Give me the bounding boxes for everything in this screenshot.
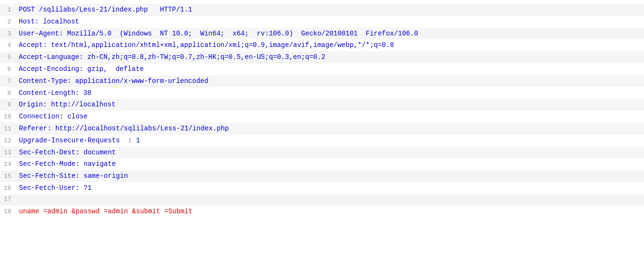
code-line: 13Sec-Fetch-Dest: document [0,147,644,159]
line-content: Connection: close [17,111,88,122]
code-line: 18uname =admin &passwd =admin &submit =S… [0,206,644,218]
code-line: 2Host: localhost [0,16,644,28]
line-number: 8 [0,89,17,99]
line-number: 4 [0,41,17,51]
code-line: 17 [0,194,644,206]
line-content: Content-Type: application/x-www-form-url… [17,76,208,86]
line-content: Accept: text/html,application/xhtml+xml,… [17,40,394,50]
line-content: Host: localhost [17,16,79,27]
line-number: 3 [0,29,17,39]
line-number: 16 [0,184,17,194]
line-content: uname =admin &passwd =admin &submit =Sub… [17,206,193,217]
line-number: 15 [0,172,17,182]
line-content: User-Agent: Mozilla/5.0 (Windows NT 10.0… [17,28,418,39]
line-content: POST /sqlilabs/Less-21/index.php HTTP/1.… [17,4,192,15]
line-number: 6 [0,65,17,75]
code-line: 6Accept-Encoding: gzip, deflate [0,63,644,75]
line-content: Sec-Fetch-Site: same-origin [17,171,128,181]
code-line: 16Sec-Fetch-User: ?1 [0,182,644,194]
line-number: 2 [0,17,17,27]
line-content: Origin: http://localhost [17,99,116,110]
code-line: 14Sec-Fetch-Mode: navigate [0,158,644,170]
line-content: Sec-Fetch-Dest: document [17,147,116,158]
line-number: 14 [0,160,17,170]
code-line: 1POST /sqlilabs/Less-21/index.php HTTP/1… [0,4,644,16]
code-line: 9Origin: http://localhost [0,99,644,111]
code-line: 4Accept: text/html,application/xhtml+xml… [0,39,644,51]
line-content: Sec-Fetch-User: ?1 [17,183,92,193]
code-viewer: 1POST /sqlilabs/Less-21/index.php HTTP/1… [0,0,644,255]
line-number: 11 [0,124,17,134]
line-content: Upgrade-Insecure-Requests : 1 [17,135,140,146]
line-content: Accept-Encoding: gzip, deflate [17,64,144,74]
code-line: 11Referer: http://localhost/sqlilabs/Les… [0,123,644,135]
line-content: Referer: http://localhost/sqlilabs/Less-… [17,123,229,134]
line-content: Content-Length: 38 [17,88,91,98]
line-number: 17 [0,195,17,205]
code-line: 12Upgrade-Insecure-Requests : 1 [0,135,644,147]
line-content: Accept-Language: zh-CN,zh;q=0.8,zh-TW;q=… [17,52,326,62]
line-number: 7 [0,77,17,87]
code-line: 8Content-Length: 38 [0,87,644,99]
code-line: 5Accept-Language: zh-CN,zh;q=0.8,zh-TW;q… [0,51,644,63]
line-number: 18 [0,207,17,217]
code-line: 15Sec-Fetch-Site: same-origin [0,170,644,182]
line-number: 9 [0,100,17,110]
code-line: 7Content-Type: application/x-www-form-ur… [0,75,644,87]
line-number: 13 [0,148,17,158]
line-number: 10 [0,112,17,122]
code-line: 3User-Agent: Mozilla/5.0 (Windows NT 10.… [0,28,644,40]
code-line: 10Connection: close [0,111,644,123]
line-content: Sec-Fetch-Mode: navigate [17,159,116,169]
line-number: 5 [0,53,17,63]
line-number: 1 [0,5,17,15]
line-number: 12 [0,136,17,146]
